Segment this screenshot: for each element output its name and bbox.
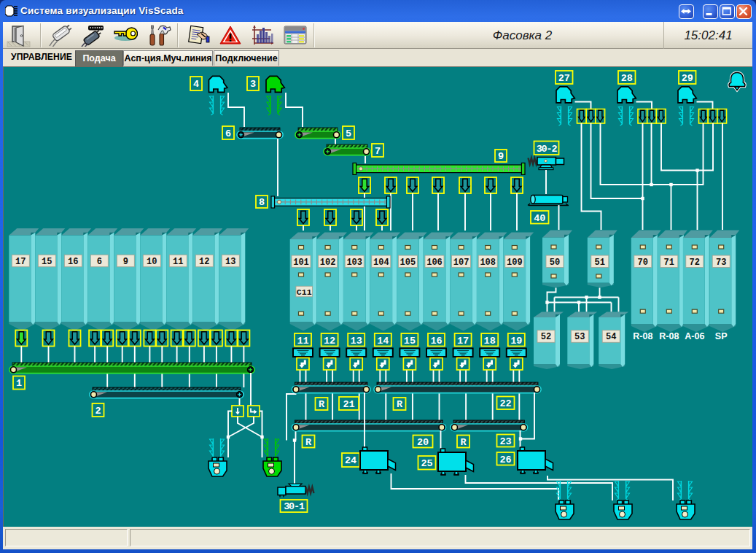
svg-text:16: 16: [430, 336, 442, 347]
svg-text:104: 104: [373, 258, 389, 268]
svg-text:2: 2: [95, 406, 101, 417]
svg-text:10: 10: [147, 257, 157, 267]
svg-text:22: 22: [499, 398, 511, 409]
svg-text:71: 71: [664, 258, 674, 268]
svg-text:11: 11: [297, 336, 308, 347]
svg-text:9: 9: [498, 151, 504, 162]
svg-text:29: 29: [682, 73, 693, 84]
svg-text:30-2: 30-2: [537, 144, 558, 155]
svg-text:19: 19: [510, 336, 522, 347]
svg-text:R: R: [397, 399, 403, 410]
svg-text:SP: SP: [715, 331, 728, 341]
svg-text:C11: C11: [297, 287, 312, 297]
svg-text:17: 17: [15, 257, 26, 267]
svg-text:53: 53: [574, 332, 585, 342]
svg-text:106: 106: [426, 258, 443, 268]
svg-text:18: 18: [484, 336, 496, 347]
svg-text:54: 54: [606, 332, 616, 342]
svg-text:1: 1: [16, 378, 22, 389]
svg-text:21: 21: [343, 399, 354, 410]
svg-text:26: 26: [499, 455, 511, 465]
svg-text:5: 5: [346, 128, 351, 139]
svg-text:102: 102: [320, 258, 336, 268]
svg-text:103: 103: [346, 258, 362, 268]
svg-text:15: 15: [404, 336, 416, 347]
svg-text:R-08: R-08: [633, 331, 652, 341]
svg-text:3: 3: [250, 79, 256, 90]
svg-text:R: R: [319, 399, 325, 410]
svg-text:8: 8: [259, 197, 265, 208]
svg-text:A-06: A-06: [685, 331, 704, 341]
svg-text:52: 52: [541, 332, 551, 342]
svg-text:6: 6: [97, 257, 102, 267]
svg-text:13: 13: [351, 336, 362, 347]
svg-text:R: R: [305, 437, 312, 448]
svg-text:12: 12: [199, 257, 209, 267]
svg-text:23: 23: [499, 436, 511, 447]
svg-text:20: 20: [417, 437, 429, 448]
svg-text:109: 109: [507, 258, 523, 268]
svg-text:6: 6: [225, 128, 231, 139]
svg-text:12: 12: [324, 336, 335, 347]
svg-text:40: 40: [534, 213, 545, 224]
svg-text:51: 51: [595, 258, 605, 268]
svg-text:15: 15: [42, 257, 52, 267]
svg-text:101: 101: [293, 258, 309, 268]
svg-text:30-1: 30-1: [284, 501, 305, 512]
svg-text:17: 17: [457, 336, 469, 347]
svg-text:7: 7: [375, 146, 381, 157]
svg-text:70: 70: [638, 258, 648, 268]
svg-text:27: 27: [558, 73, 570, 84]
svg-text:11: 11: [173, 257, 183, 267]
svg-text:50: 50: [550, 258, 560, 268]
svg-text:25: 25: [421, 458, 432, 469]
svg-text:28: 28: [621, 73, 633, 84]
svg-text:4: 4: [193, 79, 199, 90]
svg-text:73: 73: [716, 258, 726, 268]
svg-text:24: 24: [345, 455, 356, 466]
svg-text:R: R: [460, 437, 467, 448]
svg-text:72: 72: [690, 258, 700, 268]
svg-text:R-08: R-08: [659, 331, 679, 341]
svg-text:9: 9: [123, 257, 128, 267]
svg-text:108: 108: [480, 258, 496, 268]
svg-text:14: 14: [377, 336, 389, 347]
svg-text:105: 105: [400, 258, 416, 268]
svg-text:13: 13: [225, 257, 235, 267]
svg-text:107: 107: [453, 258, 469, 268]
svg-text:16: 16: [68, 257, 78, 267]
